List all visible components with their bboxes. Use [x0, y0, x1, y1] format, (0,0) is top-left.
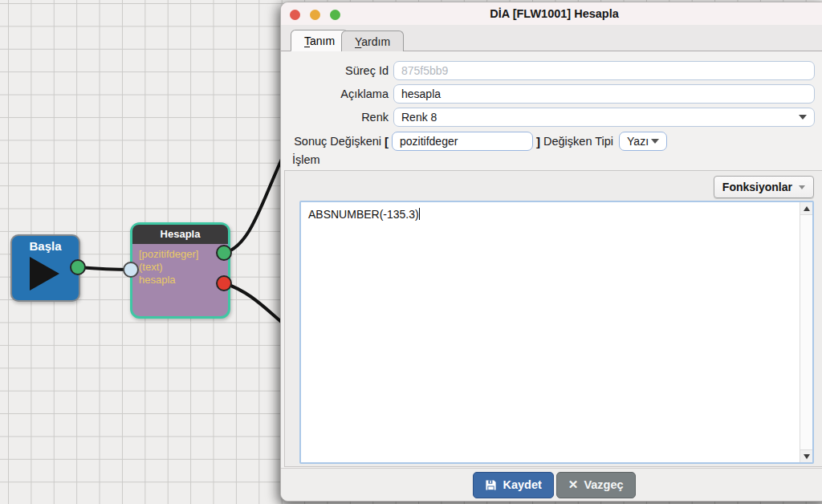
chevron-down-icon [651, 139, 659, 144]
islem-label: İşlem [292, 153, 320, 166]
kaydet-button[interactable]: Kaydet [473, 472, 553, 498]
renk-select[interactable]: Renk 8 [393, 108, 815, 127]
play-icon [30, 257, 59, 291]
editor-scrollbar[interactable] [800, 202, 812, 462]
tab-tanim[interactable]: Tanım [291, 30, 348, 51]
surec-id-field[interactable] [393, 61, 815, 80]
save-icon [485, 479, 497, 491]
zoom-button[interactable] [330, 10, 340, 20]
fonksiyonlar-button[interactable]: Fonksiyonlar [714, 176, 814, 198]
node-hesapla-line2: (text) [139, 261, 228, 274]
node-hesapla-title: Hesapla [132, 225, 228, 244]
cancel-x-icon: ✕ [568, 478, 579, 492]
surec-id-label: Süreç Id [286, 64, 389, 77]
text-caret [419, 208, 421, 220]
node-hesapla-line3: hesapla [139, 274, 228, 287]
minimize-button[interactable] [310, 10, 320, 20]
renk-label: Renk [286, 111, 389, 124]
tab-panel-tanim: Süreç Id Açıklama Renk Renk 8 Sonuç Deği… [281, 51, 822, 469]
port-hesapla-out-error[interactable] [216, 275, 232, 291]
degisken-tipi-select[interactable]: Yazı [619, 132, 667, 151]
renk-select-value: Renk 8 [401, 111, 437, 124]
bracket-close: ] [536, 135, 540, 148]
code-text: ABSNUMBER(-135.3) [308, 208, 420, 221]
node-basla-label: Başla [12, 239, 79, 253]
chevron-down-icon [799, 185, 805, 189]
triangle-up-icon [804, 206, 810, 211]
dialog-window: DİA [FLW1001] Hesapla Tanım Yardım Süreç… [280, 2, 822, 502]
app-screen: Başla Hesapla [pozitifdeger] (text) hesa… [0, 0, 822, 504]
tab-yardim[interactable]: Yardım [341, 30, 404, 51]
port-basla-out[interactable] [70, 259, 86, 275]
node-hesapla[interactable]: Hesapla [pozitifdeger] (text) hesapla [130, 222, 230, 319]
scroll-down-button[interactable] [800, 449, 812, 462]
islem-panel: Fonksiyonlar ABSNUMBER(-135.3) [284, 170, 822, 467]
dialog-button-bar: Kaydet ✕ Vazgeç [281, 468, 822, 501]
node-hesapla-line1: [pozitifdeger] [139, 248, 228, 261]
vazgec-button[interactable]: ✕ Vazgeç [556, 472, 636, 498]
port-hesapla-out-success[interactable] [216, 245, 232, 261]
sonuc-degiskeni-label: Sonuç Değişkeni [286, 135, 381, 148]
degisken-tipi-value: Yazı [627, 135, 649, 148]
scroll-up-button[interactable] [800, 202, 812, 215]
chevron-down-icon [799, 115, 807, 120]
aciklama-label: Açıklama [286, 87, 389, 100]
tab-strip: Tanım Yardım [281, 25, 822, 51]
sonuc-degiskeni-field[interactable] [392, 132, 533, 151]
degisken-tipi-label: Değişken Tipi [543, 135, 613, 148]
islem-code-editor[interactable]: ABSNUMBER(-135.3) [299, 201, 814, 464]
triangle-down-icon [804, 454, 810, 459]
port-hesapla-in[interactable] [123, 262, 139, 278]
aciklama-field[interactable] [393, 84, 815, 104]
bracket-open: [ [385, 135, 389, 148]
node-hesapla-body: [pozitifdeger] (text) hesapla [132, 244, 228, 287]
dialog-titlebar[interactable]: DİA [FLW1001] Hesapla [281, 2, 822, 26]
dialog-title: DİA [FLW1001] Hesapla [281, 2, 822, 25]
close-button[interactable] [290, 10, 300, 20]
